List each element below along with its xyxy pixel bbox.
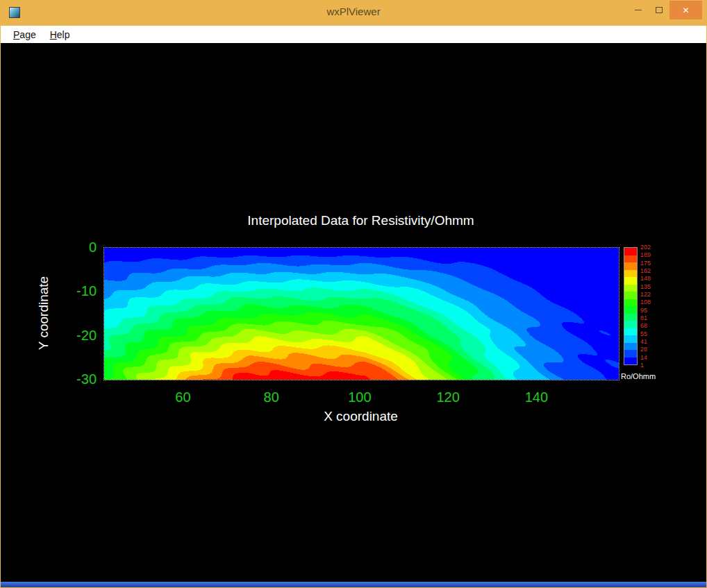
plot-canvas — [103, 247, 619, 380]
colorbar-tick-label: 28 — [640, 346, 647, 353]
colorbar — [624, 247, 638, 365]
colorbar-tick-label: 189 — [640, 252, 651, 258]
colorbar-tick-label: 148 — [640, 276, 651, 282]
y-tick-label: -10 — [37, 283, 97, 299]
close-icon: ✕ — [682, 6, 689, 15]
colorbar-tick-label: 175 — [640, 260, 651, 267]
titlebar: wxPlViewer ✕ — [1, 1, 706, 26]
colorbar-tick-label: 202 — [640, 244, 651, 251]
colorbar-segment — [624, 321, 637, 328]
colorbar-tick-label: 122 — [640, 292, 651, 298]
colorbar-segment — [624, 314, 637, 321]
colorbar-segment — [624, 343, 637, 351]
menu-item-help[interactable]: Help — [43, 26, 77, 43]
menu-help-accel: H — [50, 29, 57, 40]
colorbar-segment — [624, 248, 637, 255]
window-title: wxPlViewer — [1, 1, 706, 23]
y-tick-label: -20 — [37, 327, 97, 343]
window-controls: ✕ — [628, 1, 702, 19]
y-tick-label: 0 — [37, 240, 97, 255]
maximize-button[interactable] — [649, 1, 669, 19]
colorbar-segment — [624, 277, 637, 285]
x-tick-label: 120 — [436, 389, 459, 405]
plot-title: Interpolated Data for Resistivity/Ohmm — [103, 213, 618, 228]
x-tick-label: 100 — [348, 389, 371, 405]
colorbar-segment — [624, 270, 637, 278]
colorbar-tick-label: 1 — [640, 362, 644, 369]
menu-page-accel: P — [13, 29, 19, 40]
y-tick-label: -30 — [37, 371, 97, 387]
x-axis-label: X coordinate — [103, 409, 618, 424]
menu-item-page[interactable]: Page — [6, 26, 43, 43]
close-button[interactable]: ✕ — [669, 1, 702, 19]
colorbar-segment — [624, 262, 637, 270]
app-window: wxPlViewer ✕ Page Help Interpolated Data… — [0, 0, 707, 588]
colorbar-title: Ro/Ohmm — [621, 372, 656, 380]
colorbar-tick-label: 108 — [640, 299, 651, 305]
colorbar-tick-label: 81 — [640, 315, 647, 321]
colorbar-tick-label: 14 — [640, 355, 647, 361]
colorbar-segment — [624, 358, 637, 365]
colorbar-tick-label: 41 — [640, 339, 647, 345]
colorbar-segment — [624, 350, 637, 358]
x-tick-label: 80 — [264, 389, 279, 405]
colorbar-segment — [624, 285, 637, 292]
minimize-button[interactable] — [628, 1, 649, 19]
menubar: Page Help — [1, 26, 706, 44]
colorbar-segment — [624, 292, 637, 299]
menu-page-rest: age — [19, 29, 35, 40]
maximize-icon — [656, 7, 663, 13]
colorbar-segment — [624, 306, 637, 314]
colorbar-tick-label: 68 — [640, 323, 647, 329]
minimize-icon — [635, 10, 642, 10]
menu-help-rest: elp — [57, 29, 70, 40]
colorbar-segment — [624, 328, 637, 336]
desktop-strip — [1, 582, 706, 587]
colorbar-tick-label: 162 — [640, 268, 651, 274]
colorbar-tick-label: 95 — [640, 308, 647, 314]
colorbar-tick-label: 55 — [640, 331, 647, 337]
colorbar-segment — [624, 299, 637, 307]
colorbar-tick-label: 135 — [640, 284, 651, 290]
colorbar-segment — [624, 255, 637, 263]
x-tick-label: 60 — [175, 389, 190, 405]
x-tick-label: 140 — [525, 389, 548, 405]
colorbar-segment — [624, 335, 637, 343]
